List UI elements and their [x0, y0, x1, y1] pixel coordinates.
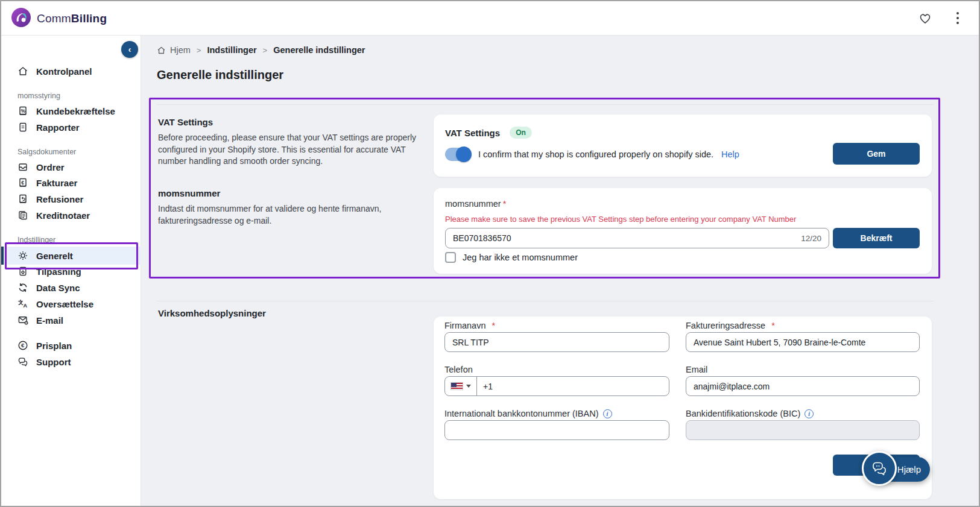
gear-icon — [17, 250, 28, 261]
breadcrumb-home-link[interactable]: Hjem — [157, 45, 191, 55]
faktureringsadresse-input[interactable] — [694, 338, 912, 347]
help-chat-icon[interactable] — [862, 451, 897, 486]
firmanavn-input[interactable] — [452, 338, 662, 347]
vat-number-description: Indtast dit momsnummer for at validere o… — [158, 203, 421, 227]
vat-number-input-wrap: 12/20 — [445, 228, 829, 248]
app-window: CommBilling Kontrolpanel momsstyring % K… — [0, 0, 980, 507]
svg-text:A: A — [23, 303, 27, 309]
sidebar-item-oversaettelse[interactable]: A Oversættelse — [1, 296, 141, 312]
no-vat-number-checkbox[interactable] — [445, 252, 456, 263]
credit-note-icon — [17, 210, 28, 221]
brand-name: CommBilling — [37, 12, 107, 25]
home-icon — [17, 66, 28, 77]
vat-number-label: momsnummer — [445, 199, 501, 209]
report-document-icon — [17, 122, 28, 133]
iban-input[interactable] — [452, 426, 662, 435]
sidebar-item-kontrolpanel[interactable]: Kontrolpanel — [1, 63, 141, 79]
sidebar-section-indstillinger: Indstillinger — [17, 236, 55, 244]
sidebar-item-support[interactable]: Support — [1, 354, 141, 370]
main-content: Hjem > Indstillinger > Generelle indstil… — [141, 36, 979, 506]
breadcrumb-indstillinger-link[interactable]: Indstillinger — [207, 45, 256, 55]
faktureringsadresse-label: Faktureringsadresse — [686, 321, 765, 330]
help-button-label: Hjælp — [897, 464, 921, 474]
vat-confirm-text: I confirm that my shop is configured pro… — [478, 150, 713, 159]
brand-logo[interactable]: CommBilling — [11, 7, 107, 30]
required-asterisk: * — [503, 199, 507, 209]
bic-input — [694, 426, 912, 435]
bic-label: Bankidentifikationskode (BIC) — [686, 409, 800, 418]
vat-number-card: momsnummer* Please make sure to save the… — [434, 188, 932, 274]
breadcrumb: Hjem > Indstillinger > Generelle indstil… — [157, 45, 365, 55]
toggle-knob — [456, 146, 472, 162]
customize-document-icon — [17, 266, 28, 277]
invoice-euro-icon: € — [17, 177, 28, 188]
vat-card-title: VAT Settings — [445, 128, 500, 138]
svg-text:€: € — [21, 180, 24, 186]
company-info-card: Firmanavn* Faktureringsadresse* Telefon — [434, 316, 932, 499]
breadcrumb-home-icon — [157, 46, 166, 55]
sidebar-item-refusioner[interactable]: Refusioner — [1, 191, 141, 207]
vat-number-char-counter: 12/20 — [801, 234, 821, 243]
email-label: Email — [686, 365, 707, 374]
sidebar-item-fakturaer[interactable]: € Fakturaer — [1, 175, 141, 191]
euro-circle-icon: € — [17, 340, 28, 351]
orders-inbox-icon — [17, 162, 28, 172]
breadcrumb-separator: > — [263, 46, 268, 55]
telefon-label: Telefon — [444, 365, 473, 374]
vat-help-link[interactable]: Help — [721, 150, 739, 159]
section-divider — [157, 301, 934, 301]
vat-status-badge: On — [510, 127, 532, 139]
email-input[interactable] — [694, 382, 912, 391]
vat-number-heading: momsnummer — [158, 188, 220, 198]
sync-icon — [17, 282, 28, 293]
section-divider — [157, 104, 934, 105]
sidebar-item-generelt[interactable]: Generelt — [1, 247, 141, 265]
bic-info-icon[interactable]: i — [805, 409, 814, 418]
breadcrumb-separator: > — [197, 46, 201, 55]
commbilling-logo-icon — [11, 7, 31, 30]
vat-number-confirm-button[interactable]: Bekræft — [833, 228, 920, 248]
vat-settings-heading: VAT Settings — [158, 117, 213, 127]
no-vat-number-label: Jeg har ikke et momsnummer — [463, 253, 578, 262]
favorite-heart-icon[interactable] — [917, 10, 933, 26]
sidebar-item-kreditnotaer[interactable]: Kreditnotaer — [1, 207, 141, 223]
company-info-heading: Virksomhedsoplysninger — [158, 308, 266, 318]
phone-country-select[interactable] — [450, 377, 477, 395]
sidebar-item-data-sync[interactable]: Data Sync — [1, 280, 141, 295]
support-chat-icon — [17, 356, 28, 367]
breadcrumb-current-page: Generelle indstillinger — [273, 45, 365, 55]
sidebar-section-momsstyring: momsstyring — [17, 92, 60, 100]
sidebar-item-email[interactable]: E-mail — [1, 312, 141, 328]
sidebar-item-kundebekraeftelse[interactable]: % Kundebekræftelse — [1, 103, 141, 119]
iban-label: Internationalt bankkontonummer (IBAN) — [444, 409, 599, 418]
vat-confirm-toggle[interactable] — [445, 148, 470, 161]
sidebar-item-tilpasning[interactable]: Tilpasning — [1, 263, 141, 279]
iban-info-icon[interactable]: i — [603, 409, 612, 418]
us-flag-icon — [450, 382, 463, 390]
sidebar-item-prisplan[interactable]: € Prisplan — [1, 338, 141, 353]
translate-icon: A — [17, 298, 28, 309]
top-bar: CommBilling — [1, 1, 979, 36]
email-gear-icon — [17, 315, 28, 326]
refund-icon — [17, 194, 28, 204]
selected-indicator — [1, 247, 4, 265]
topbar-actions — [917, 10, 966, 26]
vat-save-button[interactable]: Gem — [833, 143, 920, 165]
sidebar-item-rapporter[interactable]: Rapporter — [1, 119, 141, 135]
firmanavn-label: Firmanavn — [444, 321, 486, 330]
chevron-down-icon — [466, 385, 471, 388]
sidebar-section-salgsdokumenter: Salgsdokumenter — [17, 148, 76, 156]
sidebar-nav: Kontrolpanel momsstyring % Kundebekræfte… — [1, 36, 141, 506]
vat-number-warning: Please make sure to save the previous VA… — [445, 215, 796, 224]
sidebar-item-ordrer[interactable]: Ordrer — [1, 159, 141, 175]
vat-settings-description: Before proceeding, please ensure that yo… — [158, 132, 421, 168]
telefon-input[interactable] — [483, 382, 662, 391]
receipt-percent-icon: % — [17, 105, 28, 116]
svg-text:€: € — [21, 342, 25, 348]
vat-number-input[interactable] — [453, 233, 796, 243]
svg-text:%: % — [21, 108, 26, 114]
page-title: Generelle indstillinger — [157, 68, 283, 82]
more-menu-kebab-icon[interactable] — [950, 10, 966, 26]
vat-settings-card: VAT Settings On I confirm that my shop i… — [434, 115, 932, 177]
sidebar-collapse-button[interactable]: ‹ — [121, 41, 138, 58]
